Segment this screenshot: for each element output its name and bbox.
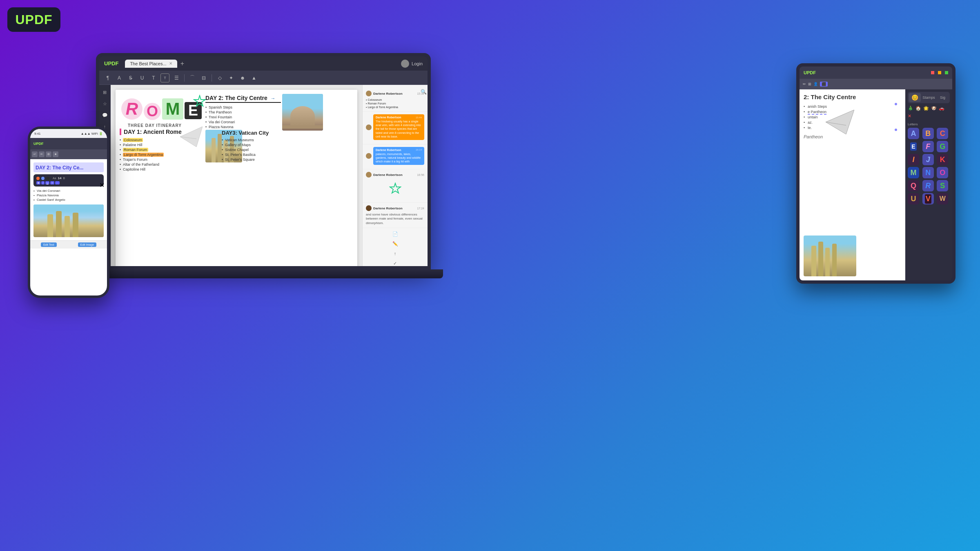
sticker-mini-1[interactable]: 🎄 bbox=[908, 106, 914, 112]
align-button[interactable]: ≡ bbox=[50, 181, 54, 184]
tool-underline[interactable]: U bbox=[138, 73, 147, 82]
phone-edit-text-button[interactable]: Edit Text bbox=[41, 242, 57, 247]
tablet-tool-sticker[interactable]: ⬛ bbox=[820, 82, 828, 87]
sidebar-comments-icon[interactable]: 💬 bbox=[101, 111, 109, 119]
login-button[interactable]: Login bbox=[401, 60, 423, 68]
tab-close-button[interactable]: ✕ bbox=[169, 61, 172, 66]
phone-list: Via dei Coronari Piazza Navona Castel Sa… bbox=[33, 189, 104, 202]
tab-label: The Best Places... bbox=[130, 61, 166, 66]
letter-sticker-M[interactable]: M bbox=[908, 167, 919, 178]
comment-5-time: 17:24 bbox=[417, 207, 424, 210]
rome-title: R O M E bbox=[121, 98, 202, 120]
tool-link[interactable]: ⌒ bbox=[188, 73, 197, 82]
tool-annotate[interactable]: ☻ bbox=[238, 73, 247, 82]
selection-handle-bottom[interactable] bbox=[895, 129, 897, 131]
letter-sticker-I[interactable]: I bbox=[908, 154, 919, 165]
sticker-mini-5[interactable]: 🚗 bbox=[939, 106, 945, 112]
letter-sticker-J[interactable]: J bbox=[922, 154, 934, 165]
day2-item-spanish: Spanish Steps bbox=[205, 105, 281, 110]
bold-button[interactable]: B bbox=[36, 181, 40, 184]
tool-strikethrough[interactable]: S̶ bbox=[126, 73, 135, 82]
comment-3-avatar bbox=[366, 153, 372, 159]
panel-annotation-icon[interactable]: ✏️ bbox=[392, 240, 399, 247]
tool-image[interactable]: ⊟ bbox=[199, 73, 208, 82]
phone-tool-4[interactable]: ★ bbox=[53, 151, 58, 157]
letter-sticker-E[interactable]: E bbox=[908, 141, 919, 152]
phone-tool-2[interactable]: ✏ bbox=[39, 151, 45, 157]
comment-5-text: and some have obvious differences betwee… bbox=[366, 213, 424, 225]
day3-item-museums: Vatican Museums bbox=[222, 138, 291, 142]
letter-sticker-Q[interactable]: Q bbox=[908, 180, 919, 191]
sidebar-pages-icon[interactable]: ⊞ bbox=[101, 88, 109, 96]
letter-sticker-B[interactable]: B bbox=[922, 128, 934, 139]
comment-3: Darlene Robertson 16:14 palaces, monumen… bbox=[363, 144, 428, 169]
color-dot-dark[interactable] bbox=[46, 177, 49, 180]
letter-sticker-V[interactable]: V bbox=[922, 193, 934, 204]
color-dot-blue[interactable] bbox=[41, 177, 45, 180]
phone-tool-1[interactable]: ↩ bbox=[32, 151, 38, 157]
day3-item-gallery: Gallery of Maps bbox=[222, 142, 291, 147]
color-dot-orange[interactable] bbox=[36, 177, 40, 180]
letter-sticker-U[interactable]: U bbox=[908, 193, 919, 204]
letter-stickers-grid: A B C E F bbox=[908, 128, 950, 204]
letter-sticker-K[interactable]: K bbox=[937, 154, 948, 165]
letter-sticker-C[interactable]: C bbox=[937, 128, 948, 139]
sticker-mini-2[interactable]: 🏠 bbox=[915, 106, 922, 112]
tool-header[interactable]: A bbox=[115, 73, 124, 82]
day2-block: DAY 2: The City Centre → Spanish Steps T… bbox=[205, 95, 281, 134]
letter-sticker-S[interactable]: S bbox=[937, 180, 948, 191]
tablet-tool-select[interactable]: ⊞ bbox=[808, 82, 811, 86]
sticker-tabs: 😊 Stamps Sig bbox=[908, 92, 950, 103]
letter-sticker-R[interactable]: R bbox=[922, 180, 934, 191]
panel-page-icon[interactable]: 📄 bbox=[392, 231, 399, 237]
sticker-close-icon[interactable]: ✕ bbox=[908, 113, 914, 120]
sticker-mini-4[interactable]: 🐶 bbox=[931, 106, 938, 112]
letter-sticker-N[interactable]: N bbox=[922, 167, 934, 178]
italic-button[interactable]: I bbox=[41, 181, 45, 184]
document-tab[interactable]: The Best Places... ✕ bbox=[125, 60, 177, 68]
day2-item-coronari: Via dei Coronari bbox=[205, 120, 281, 124]
panel-share-icon[interactable]: ↑ bbox=[392, 250, 399, 257]
phone-app-logo: UPDF bbox=[33, 142, 44, 146]
tool-list[interactable]: ☰ bbox=[172, 73, 181, 82]
laptop-device: UPDF The Best Places... ✕ + Login ¶ A S̶… bbox=[96, 53, 431, 290]
underline-button[interactable]: U bbox=[45, 181, 49, 184]
pdf-page: R O M E THREE DAY ITINERARY bbox=[116, 90, 357, 268]
roman-forum-highlight: Roman Forum bbox=[123, 148, 148, 152]
tool-color[interactable]: ✦ bbox=[227, 73, 236, 82]
more-button[interactable]: ··· bbox=[55, 181, 60, 184]
panel-sign-icon[interactable]: ✓ bbox=[392, 260, 399, 267]
tool-paragraph[interactable]: ¶ bbox=[103, 73, 112, 82]
search-comments-icon[interactable]: 🔍 bbox=[421, 89, 427, 95]
window-close-dot[interactable] bbox=[931, 71, 934, 74]
tool-shape[interactable]: ◇ bbox=[215, 73, 224, 82]
sidebar-bookmark-icon[interactable]: ☆ bbox=[101, 100, 109, 108]
letter-sticker-A[interactable]: A bbox=[908, 128, 919, 139]
comment-5-avatar bbox=[366, 205, 372, 211]
letter-sticker-O[interactable]: O bbox=[937, 167, 948, 178]
phone-format-popup: Aa 14 B B I U ≡ ··· ✕ bbox=[33, 174, 104, 187]
tool-text2[interactable]: T bbox=[160, 73, 169, 82]
sticker-tab-stamps[interactable]: Stamps bbox=[922, 93, 935, 102]
phone-tool-3[interactable]: ⊞ bbox=[46, 151, 51, 157]
login-label: Login bbox=[412, 61, 423, 66]
letter-sticker-W[interactable]: W bbox=[937, 193, 948, 204]
comment-2-bubble: Darlene Robertson 15:44 The hindwing usu… bbox=[373, 114, 424, 140]
tool-highlight[interactable]: ▲ bbox=[249, 73, 258, 82]
sticker-mini-3[interactable]: 🌟 bbox=[923, 106, 930, 112]
sticker-tab-signature[interactable]: Sig bbox=[937, 93, 949, 102]
window-maximize-dot[interactable] bbox=[945, 71, 948, 74]
updf-logo-text: UPDF bbox=[15, 12, 52, 27]
phone-edit-image-button[interactable]: Edit Image bbox=[78, 242, 96, 247]
popup-close[interactable]: ✕ bbox=[99, 181, 105, 189]
window-minimize-dot[interactable] bbox=[938, 71, 941, 74]
selection-handle-top[interactable] bbox=[895, 103, 897, 105]
new-tab-button[interactable]: + bbox=[180, 60, 184, 67]
tablet-tool-user[interactable]: 👤 bbox=[813, 82, 818, 86]
tool-text[interactable]: T bbox=[149, 73, 158, 82]
star-decoration bbox=[193, 95, 206, 111]
tablet-tool-pencil[interactable]: ✏ bbox=[803, 82, 806, 86]
letter-sticker-F[interactable]: F bbox=[922, 141, 934, 152]
sticker-tab-stickers[interactable]: 😊 bbox=[909, 93, 921, 102]
letter-sticker-G[interactable]: G bbox=[937, 141, 948, 152]
